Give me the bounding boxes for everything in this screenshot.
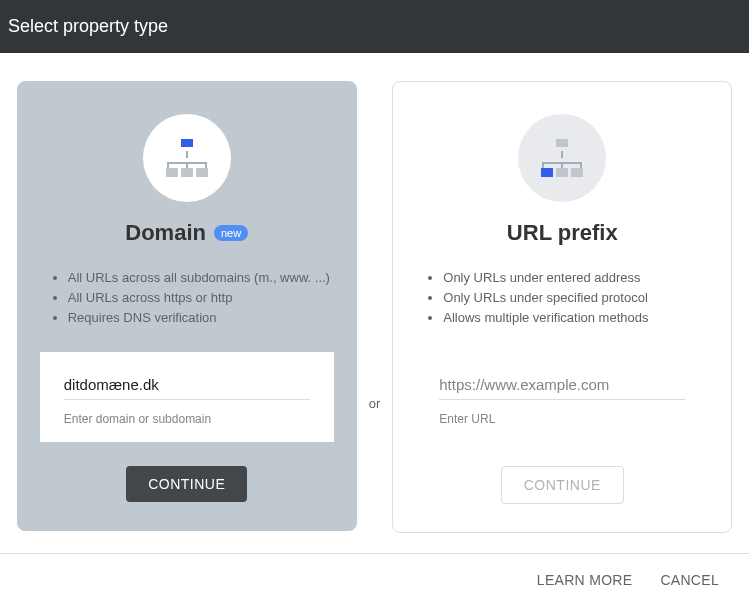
domain-input-helper: Enter domain or subdomain [64, 412, 310, 426]
domain-card[interactable]: Domain new All URLs across all subdomain… [17, 81, 357, 531]
url-prefix-input[interactable] [439, 370, 685, 400]
url-prefix-continue-button[interactable]: CONTINUE [501, 466, 624, 504]
domain-bullet-list: All URLs across all subdomains (m., www.… [40, 268, 334, 328]
sitemap-icon [541, 139, 583, 177]
list-item: All URLs across https or http [68, 288, 334, 308]
domain-icon-circle [143, 114, 231, 202]
list-item: Only URLs under specified protocol [443, 288, 709, 308]
cancel-button[interactable]: CANCEL [660, 572, 719, 588]
domain-input[interactable] [64, 370, 310, 400]
domain-title-row: Domain new [125, 220, 248, 246]
url-prefix-input-helper: Enter URL [439, 412, 685, 426]
url-prefix-title-row: URL prefix [507, 220, 618, 246]
list-item: Allows multiple verification methods [443, 308, 709, 328]
url-prefix-input-box: Enter URL [415, 352, 709, 442]
url-prefix-title: URL prefix [507, 220, 618, 246]
dialog-footer: LEARN MORE CANCEL [0, 553, 749, 593]
learn-more-button[interactable]: LEARN MORE [537, 572, 633, 588]
list-item: Requires DNS verification [68, 308, 334, 328]
new-badge: new [214, 225, 248, 241]
dialog-header: Select property type [0, 0, 749, 53]
url-prefix-bullet-list: Only URLs under entered address Only URL… [415, 268, 709, 328]
domain-input-box: Enter domain or subdomain [40, 352, 334, 442]
list-item: All URLs across all subdomains (m., www.… [68, 268, 334, 288]
dialog-title: Select property type [8, 16, 168, 36]
domain-continue-button[interactable]: CONTINUE [126, 466, 247, 502]
list-item: Only URLs under entered address [443, 268, 709, 288]
or-separator: or [369, 396, 381, 411]
url-prefix-icon-circle [518, 114, 606, 202]
sitemap-icon [166, 139, 208, 177]
content-area: Domain new All URLs across all subdomain… [0, 53, 749, 553]
domain-title: Domain [125, 220, 206, 246]
url-prefix-card[interactable]: URL prefix Only URLs under entered addre… [392, 81, 732, 533]
